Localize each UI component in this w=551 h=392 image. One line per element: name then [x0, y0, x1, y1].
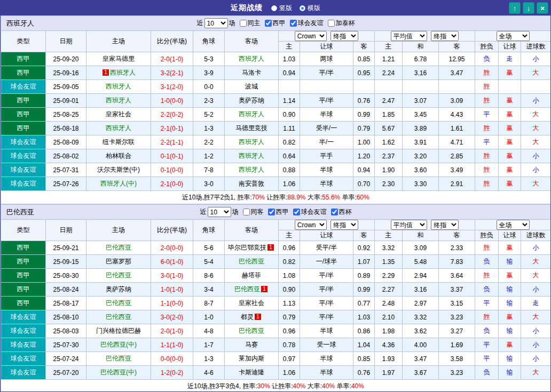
- filter-checkbox[interactable]: 同客: [241, 207, 264, 217]
- competition-type: 球会友谊: [1, 366, 46, 380]
- odds-stage-select[interactable]: 终指: [330, 220, 358, 230]
- team-label: 西班牙人: [106, 124, 131, 132]
- summary-segment: 30%: [257, 382, 270, 390]
- col-header-result: 胜负: [475, 42, 499, 52]
- handicap-line: 半球: [300, 108, 353, 122]
- filter-checkbox-input[interactable]: [265, 20, 272, 27]
- red-card-badge: 1: [103, 69, 109, 76]
- home-team: 西班牙人(中): [86, 177, 151, 191]
- filter-checkbox[interactable]: 西甲: [263, 19, 286, 28]
- avg-home-odds: 2.10: [375, 310, 403, 324]
- section-header-row: 西班牙人 近 10 场 同主西甲球会友谊加泰杯: [1, 16, 551, 31]
- summary-segment: 70%: [252, 194, 265, 201]
- filter-checkbox[interactable]: 同主: [238, 19, 261, 28]
- team-label: 巴伦西亚: [239, 327, 264, 334]
- home-team: 西班牙人: [86, 80, 151, 94]
- filter-checkbox-input[interactable]: [331, 209, 338, 215]
- match-count-select[interactable]: 10: [208, 207, 231, 217]
- avg-draw-odds: 3.16: [403, 66, 439, 80]
- average-stage-select[interactable]: 终指: [431, 31, 459, 41]
- match-date: 25-09-15: [46, 255, 86, 269]
- col-header-home: 主场: [86, 220, 151, 241]
- match-score: 1-2(0-2): [151, 366, 193, 380]
- book-away-odds: [353, 80, 375, 94]
- layout-mode-option[interactable]: 竖版: [271, 4, 292, 13]
- section-header: 巴伦西亚 近 10 场 同客西甲球会友谊西杯: [1, 205, 551, 220]
- result-goals: 小: [521, 324, 551, 338]
- avg-draw-odds: 3.45: [403, 108, 439, 122]
- away-team: 都灵1: [225, 310, 279, 324]
- handicap-line: 平/半: [300, 66, 353, 80]
- close-button[interactable]: ×: [537, 2, 548, 14]
- home-team: 巴伦西亚: [86, 269, 151, 283]
- filter-checkbox-label: 西杯: [339, 207, 352, 217]
- handicap-line: 平手: [300, 149, 353, 163]
- filter-checkbox[interactable]: 加泰杯: [326, 19, 355, 28]
- red-card-badge: 1: [255, 314, 261, 320]
- avg-draw-odds: 3.91: [403, 135, 439, 149]
- filter-checkbox-input[interactable]: [290, 20, 297, 27]
- result-outcome: 胜: [475, 177, 499, 191]
- layout-mode-option[interactable]: 横版: [300, 4, 320, 13]
- average-odds-select[interactable]: 平均值: [391, 31, 427, 41]
- filter-checkbox[interactable]: 球会友谊: [288, 19, 324, 28]
- avg-away-odds: 1.61: [439, 122, 475, 135]
- result-goals: 小: [521, 241, 551, 255]
- corner-score: 4-8: [193, 324, 225, 338]
- match-score: 2-2(0-2): [151, 108, 193, 122]
- bookmaker-select[interactable]: Crown: [295, 220, 327, 230]
- filter-checkbox[interactable]: 球会友谊: [291, 207, 327, 217]
- col-header-book-home: 主: [279, 42, 300, 52]
- move-up-button[interactable]: ↑: [509, 2, 521, 14]
- summary-segment: 88.9%: [288, 194, 306, 201]
- result-handicap: 输: [499, 283, 521, 297]
- bookmaker-select[interactable]: Crown: [295, 31, 327, 41]
- home-team: 巴伦西亚: [86, 297, 151, 310]
- result-handicap: 走: [499, 52, 521, 66]
- summary-segment: 40%: [351, 382, 364, 390]
- avg-away-odds: 3.09: [439, 94, 475, 108]
- filter-checkbox[interactable]: 西杯: [329, 207, 352, 217]
- col-header-avg-draw: 和: [403, 42, 439, 52]
- competition-type: 球会友谊: [1, 338, 46, 352]
- avg-home-odds: 2.24: [375, 66, 403, 80]
- filter-checkbox-input[interactable]: [293, 209, 300, 215]
- result-goals: 大: [521, 122, 551, 135]
- move-down-button[interactable]: ↓: [523, 2, 534, 14]
- avg-away-odds: 3.64: [439, 269, 475, 283]
- result-handicap: [499, 80, 521, 94]
- odds-stage-select[interactable]: 终指: [330, 31, 358, 41]
- filter-checkbox-input[interactable]: [240, 20, 247, 27]
- home-team: 奥萨苏纳: [86, 283, 151, 297]
- match-row: 球会友谊25-08-10巴伦西亚3-0(2-0)1-0都灵10.79平/半1.0…: [1, 310, 551, 324]
- book-away-odds: 0.77: [353, 297, 375, 310]
- scope-select[interactable]: 全场: [497, 220, 530, 230]
- result-outcome: 负: [475, 366, 499, 380]
- match-score: 1-0(0-0): [151, 94, 193, 108]
- average-odds-select[interactable]: 平均值: [391, 220, 427, 230]
- competition-type: 西甲: [1, 122, 46, 135]
- filter-checkbox[interactable]: 西甲: [266, 207, 289, 217]
- match-date: 25-07-20: [46, 366, 86, 380]
- summary-segment: 40%: [322, 382, 335, 390]
- book-away-odds: 0.95: [353, 66, 375, 80]
- match-score: 3-0(1-0): [151, 269, 193, 283]
- avg-away-odds: 7.83: [439, 255, 475, 269]
- team-label: 毕尔巴鄂竞技: [228, 244, 266, 251]
- avg-draw-odds: 3.07: [403, 94, 439, 108]
- match-score: 6-0(1-0): [151, 255, 193, 269]
- corner-score: 8-7: [193, 297, 225, 310]
- competition-type: 西甲: [1, 66, 46, 80]
- scope-select[interactable]: 全场: [497, 31, 530, 41]
- avg-draw-odds: 3.60: [403, 163, 439, 177]
- filter-checkbox-input[interactable]: [328, 20, 335, 27]
- filter-checkbox-input[interactable]: [268, 209, 275, 215]
- result-goals: 小: [521, 163, 551, 177]
- average-stage-select[interactable]: 终指: [431, 220, 459, 230]
- book-away-odds: 1.03: [353, 310, 375, 324]
- summary-text: 近10场,胜7平2负1, 胜率:70% 让胜率:88.9% 大率:55.6% 单…: [1, 191, 551, 204]
- match-count-select[interactable]: 10: [204, 18, 228, 28]
- filter-checkbox-input[interactable]: [243, 209, 250, 215]
- result-handicap: 赢: [499, 310, 521, 324]
- home-team: 门兴格拉德巴赫: [86, 324, 151, 338]
